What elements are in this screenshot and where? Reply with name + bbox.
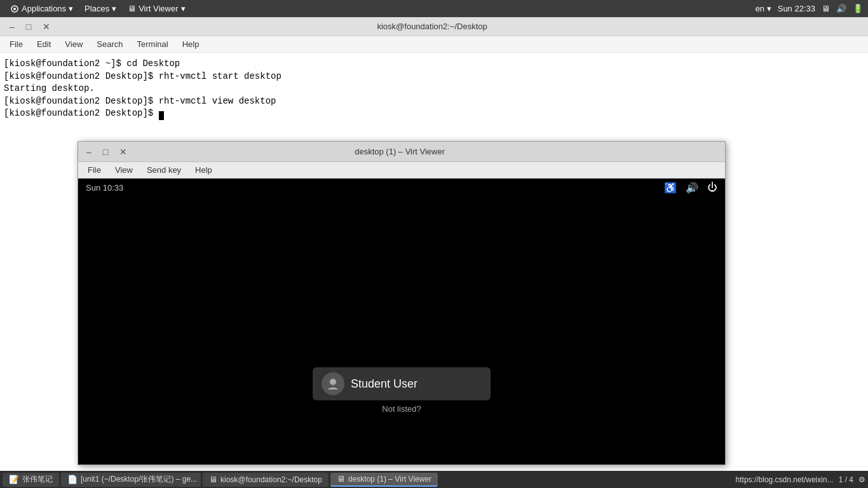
vm-power-icon: ⏻: [707, 182, 717, 193]
taskbar-unit1-icon: 📄: [67, 475, 78, 484]
vm-time: Sun 10:33: [86, 183, 123, 193]
monitor-icon: 🖥: [822, 4, 830, 13]
taskbar-notes-label: 张伟笔记: [22, 474, 53, 485]
vv-close-btn[interactable]: ✕: [116, 146, 130, 158]
svg-point-2: [330, 379, 336, 385]
user-avatar: [322, 372, 344, 395]
virt-viewer-arrow: ▾: [181, 4, 186, 13]
terminal-menu-edit[interactable]: Edit: [31, 38, 57, 50]
vm-volume-icon: 🔊: [686, 182, 698, 194]
vv-minimize-btn[interactable]: –: [83, 146, 95, 158]
virt-viewer-icon: 🖥: [128, 4, 136, 13]
taskbar-right: https://blog.csdn.net/weixin... 1 / 4 ⚙: [736, 475, 865, 484]
places-label: Places: [85, 4, 109, 13]
places-menu[interactable]: Places ▾: [79, 3, 121, 15]
taskbar-settings-icon[interactable]: ⚙: [858, 475, 865, 484]
svg-point-1: [13, 8, 16, 10]
terminal-close-btn[interactable]: ✕: [39, 20, 53, 33]
login-widget: Student User Not listed?: [313, 367, 491, 414]
vv-menubar: File View Send key Help: [78, 162, 725, 179]
vm-accessibility-icon: ♿: [664, 182, 677, 194]
vv-win-controls: – □ ✕: [83, 146, 130, 158]
vv-title: desktop (1) – Virt Viewer: [130, 147, 669, 156]
datetime-display: Sun 22:33: [778, 4, 815, 13]
system-bar-right: en ▾ Sun 22:33 🖥 🔊 🔋: [756, 4, 863, 13]
taskbar-terminal-label: kiosk@foundation2:~/Desktop: [220, 475, 322, 484]
user-avatar-icon: [326, 377, 340, 391]
vv-titlebar: – □ ✕ desktop (1) – Virt Viewer: [78, 142, 725, 162]
taskbar-terminal-icon: 🖥: [209, 475, 217, 484]
vv-menu-view[interactable]: View: [109, 164, 139, 176]
terminal-minimize-btn[interactable]: –: [6, 20, 18, 33]
applications-label: Applications: [22, 4, 66, 13]
taskbar-item-notes[interactable]: 📝 张伟笔记: [3, 473, 59, 487]
taskbar-unit1-label: [unit1 (~/Desktop/张伟笔记) – ge...: [81, 474, 197, 485]
user-label: Student User: [351, 377, 417, 391]
taskbar-notes-icon: 📝: [9, 475, 19, 484]
terminal-menu-search[interactable]: Search: [90, 38, 129, 50]
terminal-menu-help[interactable]: Help: [176, 38, 206, 50]
taskbar: 📝 张伟笔记 📄 [unit1 (~/Desktop/张伟笔记) – ge...…: [0, 471, 868, 488]
student-user-button[interactable]: Student User: [313, 367, 491, 400]
volume-icon: 🔊: [836, 4, 846, 13]
terminal-maximize-btn[interactable]: □: [23, 20, 34, 33]
not-listed-link[interactable]: Not listed?: [382, 404, 421, 414]
vv-menu-file[interactable]: File: [81, 164, 107, 176]
terminal-titlebar: – □ ✕ kiosk@foundation2:~/Desktop: [0, 17, 868, 36]
virt-viewer-menu[interactable]: 🖥 Virt Viewer ▾: [123, 3, 190, 15]
applications-menu[interactable]: Applications ▾: [5, 3, 78, 15]
vv-vm-screen[interactable]: Sun 10:33 ♿ 🔊 ⏻ Student User Not listed?: [78, 179, 725, 464]
language-indicator[interactable]: en ▾: [756, 4, 771, 13]
virt-viewer-label: Virt Viewer: [139, 4, 178, 13]
battery-icon: 🔋: [853, 4, 863, 13]
system-bar-left: Applications ▾ Places ▾ 🖥 Virt Viewer ▾: [5, 3, 191, 15]
applications-icon: [10, 4, 19, 13]
terminal-title: kiosk@foundation2:~/Desktop: [53, 22, 811, 31]
system-bar: Applications ▾ Places ▾ 🖥 Virt Viewer ▾ …: [0, 0, 868, 17]
taskbar-item-unit1[interactable]: 📄 [unit1 (~/Desktop/张伟笔记) – ge...: [61, 473, 201, 487]
applications-arrow: ▾: [69, 4, 73, 13]
vm-topbar: Sun 10:33 ♿ 🔊 ⏻: [78, 179, 725, 196]
taskbar-page: 1 / 4: [839, 475, 853, 484]
terminal-menubar: File Edit View Search Terminal Help: [0, 36, 868, 53]
taskbar-item-terminal[interactable]: 🖥 kiosk@foundation2:~/Desktop: [203, 473, 329, 487]
places-arrow: ▾: [112, 4, 116, 13]
terminal-win-controls: – □ ✕: [6, 20, 53, 33]
terminal-menu-terminal[interactable]: Terminal: [131, 38, 175, 50]
terminal-menu-file[interactable]: File: [3, 38, 29, 50]
terminal-menu-view[interactable]: View: [58, 38, 89, 50]
taskbar-virt-viewer-label: desktop (1) – Virt Viewer: [348, 475, 431, 484]
taskbar-virt-viewer-icon: 🖥: [337, 474, 345, 484]
vv-maximize-btn[interactable]: □: [100, 146, 111, 158]
vv-menu-sendkey[interactable]: Send key: [140, 164, 187, 176]
taskbar-url[interactable]: https://blog.csdn.net/weixin...: [736, 475, 834, 484]
taskbar-item-virt-viewer[interactable]: 🖥 desktop (1) – Virt Viewer: [330, 473, 438, 487]
virt-viewer-window: – □ ✕ desktop (1) – Virt Viewer File Vie…: [78, 141, 726, 465]
terminal-cursor: [159, 111, 164, 120]
vv-menu-help[interactable]: Help: [189, 164, 219, 176]
vm-topbar-icons: ♿ 🔊 ⏻: [664, 182, 717, 194]
